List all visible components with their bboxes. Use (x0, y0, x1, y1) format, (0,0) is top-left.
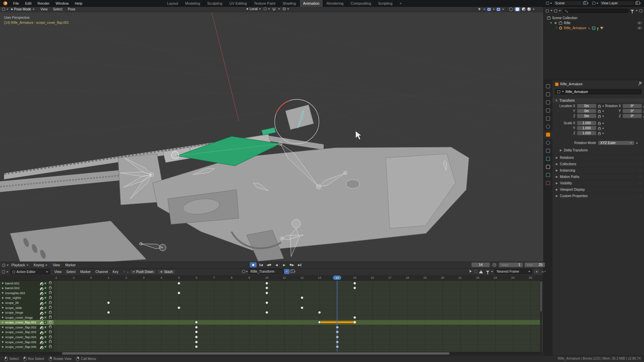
bone-joint-sphere[interactable] (159, 244, 166, 251)
keyframe-dot[interactable] (107, 311, 110, 314)
show-errors-icon[interactable] (479, 270, 483, 273)
channel-enable-checkbox[interactable]: ✓ (44, 316, 47, 319)
value-field[interactable]: 0° (623, 114, 642, 118)
panel-viewport-display[interactable]: ▶Viewport Display∷ (552, 186, 644, 192)
shading-material-button[interactable] (522, 7, 526, 11)
channel-enable-checkbox[interactable]: ✓ (44, 296, 47, 299)
value-field[interactable]: 0° (623, 104, 642, 108)
snap-toggle-icon[interactable] (273, 8, 275, 10)
timeline-editor-type-button[interactable] (2, 264, 9, 267)
properties-tab-world[interactable] (544, 123, 552, 131)
bone-joint-sphere[interactable] (292, 219, 301, 228)
viewport-3d-scene[interactable] (0, 7, 543, 262)
keyframe-dot[interactable] (265, 286, 268, 289)
workspace-tab-sculpting[interactable]: Sculpting (204, 0, 226, 7)
workspace-tab-uv-editing[interactable]: UV Editing (226, 0, 251, 7)
xray-toggle[interactable] (496, 8, 500, 11)
playhead-frame-badge[interactable]: 14 (333, 275, 341, 280)
blender-logo-icon[interactable] (3, 1, 8, 6)
hide-eye-icon[interactable] (638, 27, 642, 29)
channel-enable-checkbox[interactable]: ✓ (44, 335, 47, 338)
jump-to-start-button[interactable]: ◀ (258, 262, 264, 267)
wrench-icon[interactable] (40, 346, 42, 349)
outliner-display-mode-icon[interactable] (546, 9, 549, 12)
keyframe-dot[interactable] (195, 330, 198, 333)
object-name-field[interactable]: Rifle_Armature (555, 89, 642, 94)
timeline-menu-marker[interactable]: Marker (63, 263, 78, 267)
keyframe-dot[interactable] (195, 345, 198, 348)
bone-joint-sphere[interactable] (171, 151, 179, 159)
channel-enable-checkbox[interactable]: ✓ (44, 321, 47, 324)
horizontal-scrollbar[interactable] (0, 352, 542, 355)
workspace-tab-texture-paint[interactable]: Texture Paint (251, 0, 279, 7)
channel-enable-checkbox[interactable]: ✓ (44, 330, 47, 333)
keyframe-dot[interactable] (318, 311, 321, 314)
properties-tab-object-data[interactable] (544, 155, 552, 163)
properties-tab-bone[interactable] (544, 163, 552, 171)
lock-icon[interactable] (49, 346, 52, 348)
mode-selector[interactable]: Pose Mode (11, 7, 35, 11)
channel-row-rear_sights[interactable]: ▶rear_sights✓ (0, 296, 54, 301)
jump-to-end-button[interactable]: ▶ (297, 262, 303, 267)
bone-joint-sphere[interactable] (150, 173, 154, 177)
keyframe-dot[interactable] (353, 282, 356, 285)
rotation-mode-dropdown[interactable]: XYZ Euler (598, 141, 634, 145)
only-selected-cursor-icon[interactable] (469, 270, 473, 273)
workspace-tab-compositing[interactable]: Compositing (347, 0, 375, 7)
expand-icon[interactable]: ▶ (2, 291, 4, 294)
play-button[interactable]: ▶ (281, 262, 287, 267)
channel-enable-checkbox[interactable]: ✓ (44, 291, 47, 295)
properties-tab-output[interactable] (544, 98, 552, 106)
dopesheet-menu-channel[interactable]: Channel (93, 270, 110, 274)
snap-mode-dropdown[interactable]: Nearest Frame (495, 269, 532, 274)
wrench-icon[interactable] (40, 341, 42, 344)
channel-row-scope_cover_flap.006[interactable]: ▶scope_cover_flap.006✓ (0, 344, 54, 349)
bone-joint-sphere[interactable] (279, 142, 282, 145)
expand-icon[interactable]: ▶ (2, 316, 4, 319)
animate-dot[interactable] (636, 142, 638, 144)
workspace-tab-shading[interactable]: Shading (279, 0, 300, 7)
lock-icon[interactable] (598, 128, 601, 130)
move-channel-up-button[interactable] (127, 271, 129, 273)
channel-row-barrel.002[interactable]: ▶barrel.002✓ (0, 286, 54, 291)
snap-dropdown-icon[interactable] (278, 8, 280, 10)
wrench-icon[interactable] (40, 312, 42, 315)
dopesheet-menu-view[interactable]: View (52, 270, 64, 274)
animate-dot[interactable] (602, 123, 604, 124)
panel-custom-properties[interactable]: ▶Custom Properties∷ (552, 193, 644, 199)
next-keyframe-button[interactable]: ▶ (289, 262, 295, 267)
action-name-field[interactable]: Rifle_Transform (249, 269, 283, 274)
value-field[interactable]: 1.000 (577, 126, 596, 130)
previous-keyframe-button[interactable]: ◀ (266, 262, 272, 267)
keyframe-dot[interactable] (353, 316, 356, 319)
outliner-search-input[interactable] (562, 9, 629, 13)
keyframe-dot[interactable] (265, 311, 268, 314)
lock-icon[interactable] (49, 307, 52, 309)
workspace-add-button[interactable]: + (396, 0, 405, 7)
timeline-menu-view[interactable]: View (50, 263, 63, 267)
lock-icon[interactable] (49, 321, 52, 323)
wrench-icon[interactable] (40, 297, 42, 300)
action-copy-icon[interactable] (290, 270, 293, 273)
viewport-menu-view[interactable]: View (38, 7, 51, 11)
filter-funnel-icon[interactable] (631, 10, 634, 12)
panel-visibility[interactable]: ▶Visibility∷ (552, 180, 644, 186)
pin-icon[interactable] (638, 83, 640, 86)
keyframe-dot[interactable] (265, 291, 268, 295)
wrench-icon[interactable] (40, 336, 42, 339)
lock-icon[interactable] (598, 123, 601, 125)
filter-dropdown-icon[interactable] (491, 271, 493, 272)
wrench-icon[interactable] (40, 317, 42, 320)
menu-help[interactable]: Help (72, 1, 86, 5)
gizmo-icon[interactable] (478, 7, 482, 11)
view-layer-dropdown-icon[interactable] (596, 3, 598, 4)
channel-enable-checkbox[interactable]: ✓ (44, 345, 47, 348)
scene-dropdown-icon[interactable] (550, 3, 552, 4)
channel-row-scope_lift[interactable]: ▶scope_lift✓ (0, 300, 54, 305)
value-field[interactable]: 0° (623, 109, 642, 113)
outliner-item-rifle[interactable]: ▼ ✓ Rifle (544, 20, 644, 26)
proportional-edit-toggle[interactable] (534, 269, 539, 274)
lock-icon[interactable] (49, 292, 52, 294)
vertical-scrollbar[interactable] (540, 281, 542, 352)
start-frame-field[interactable]: Start:1 (499, 262, 523, 267)
